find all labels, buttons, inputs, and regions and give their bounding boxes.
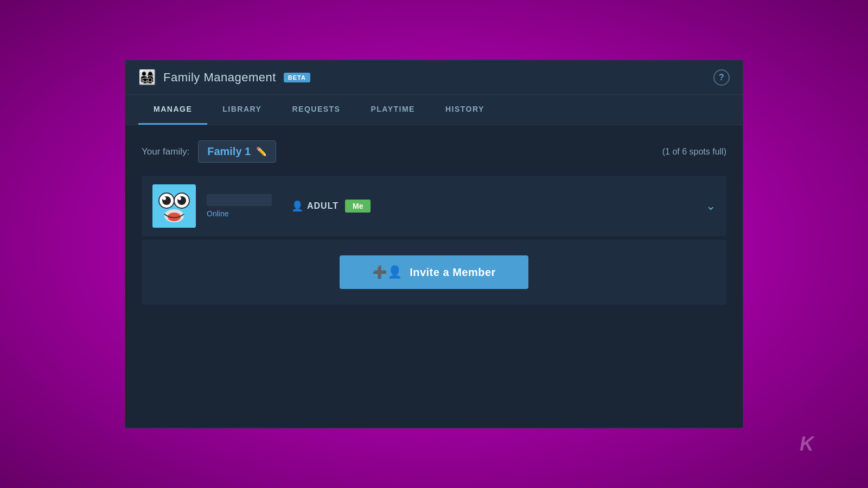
avatar bbox=[152, 184, 196, 228]
window-title: Family Management bbox=[163, 70, 276, 85]
svg-point-7 bbox=[163, 197, 166, 200]
tab-manage[interactable]: MANAGE bbox=[138, 95, 207, 125]
edit-icon: ✏️ bbox=[256, 146, 267, 157]
main-window: 👨‍👩‍👧‍👦 Family Management BETA ? MANAGE … bbox=[125, 60, 743, 428]
member-online-status: Online bbox=[207, 209, 272, 218]
help-button[interactable]: ? bbox=[713, 69, 730, 86]
family-label-row: Your family: Family 1 ✏️ bbox=[142, 140, 276, 163]
beta-badge: BETA bbox=[284, 73, 310, 82]
family-header: Your family: Family 1 ✏️ (1 of 6 spots f… bbox=[142, 140, 726, 163]
tab-bar: MANAGE LIBRARY REQUESTS PLAYTIME HISTORY bbox=[125, 95, 743, 125]
member-details: Online 👤 ADULT Me bbox=[207, 194, 695, 218]
tab-requests[interactable]: REQUESTS bbox=[277, 95, 355, 125]
tab-history[interactable]: HISTORY bbox=[430, 95, 500, 125]
family-label: Your family: bbox=[142, 146, 189, 157]
me-badge: Me bbox=[345, 200, 371, 213]
invite-label: Invite a Member bbox=[410, 266, 496, 279]
titlebar: 👨‍👩‍👧‍👦 Family Management BETA ? bbox=[125, 60, 743, 95]
titlebar-left: 👨‍👩‍👧‍👦 Family Management BETA bbox=[138, 69, 310, 86]
watermark: K bbox=[800, 433, 814, 455]
add-person-icon: ➕👤 bbox=[372, 265, 402, 279]
member-card: Online 👤 ADULT Me ⌄ bbox=[142, 176, 726, 236]
content-area: Your family: Family 1 ✏️ (1 of 6 spots f… bbox=[125, 125, 743, 428]
member-badges: 👤 ADULT Me bbox=[291, 200, 371, 213]
invite-member-button[interactable]: ➕👤 Invite a Member bbox=[340, 255, 528, 289]
member-name-redacted bbox=[207, 194, 272, 206]
tab-playtime[interactable]: PLAYTIME bbox=[355, 95, 430, 125]
svg-point-8 bbox=[178, 197, 181, 200]
family-name: Family 1 bbox=[207, 145, 251, 158]
person-icon: 👤 bbox=[291, 200, 304, 212]
family-icon: 👨‍👩‍👧‍👦 bbox=[138, 69, 156, 86]
avatar-image bbox=[152, 184, 196, 228]
expand-button[interactable]: ⌄ bbox=[706, 199, 716, 213]
adult-badge: 👤 ADULT bbox=[291, 200, 339, 212]
tab-library[interactable]: LIBRARY bbox=[207, 95, 277, 125]
invite-card: ➕👤 Invite a Member bbox=[142, 240, 726, 305]
spots-counter: (1 of 6 spots full) bbox=[662, 147, 726, 157]
family-name-button[interactable]: Family 1 ✏️ bbox=[198, 140, 276, 163]
role-label: ADULT bbox=[307, 201, 339, 211]
member-name-status: Online bbox=[207, 194, 272, 218]
